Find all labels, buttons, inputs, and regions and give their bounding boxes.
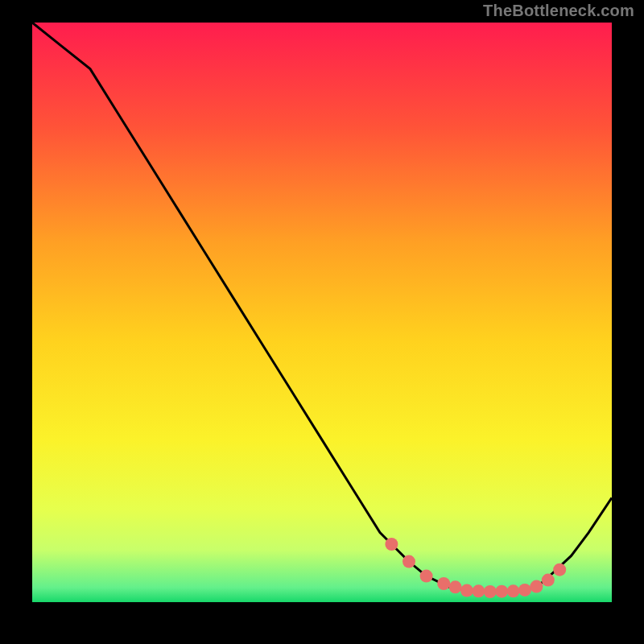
data-point (385, 538, 398, 551)
data-point (472, 584, 485, 597)
data-point (507, 584, 520, 597)
plot-background (32, 23, 612, 602)
data-point (460, 584, 473, 597)
data-point (449, 580, 462, 593)
data-point (553, 564, 566, 576)
data-point (495, 585, 508, 598)
attribution-text: TheBottleneck.com (483, 2, 634, 20)
data-point (530, 580, 543, 593)
data-point (402, 555, 415, 568)
data-point (518, 584, 531, 597)
chart-container: TheBottleneck.com (0, 0, 644, 644)
chart-svg (32, 23, 612, 602)
data-point (484, 585, 497, 598)
data-point (420, 570, 433, 583)
data-point (542, 574, 555, 587)
data-point (437, 577, 450, 590)
